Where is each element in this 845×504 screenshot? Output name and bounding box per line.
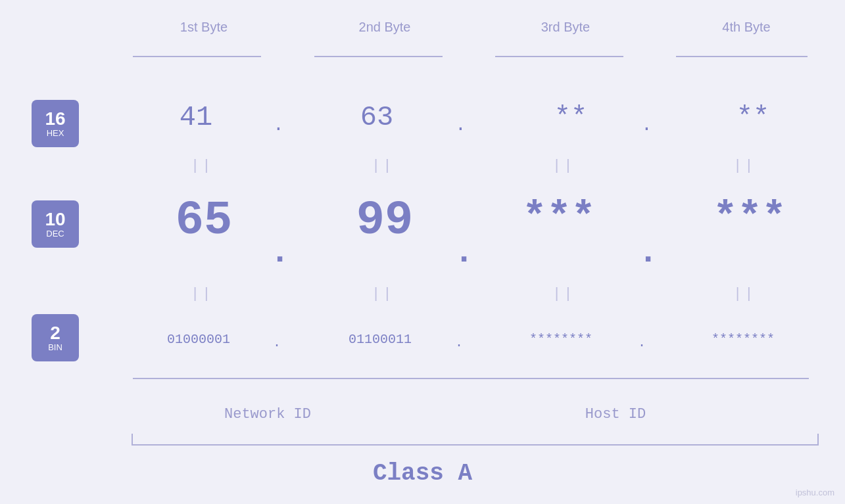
header-3rd-byte: 3rd Byte	[500, 20, 631, 35]
host-id-label: Host ID	[368, 406, 845, 423]
hex-dot-3: .	[641, 115, 652, 135]
header-1st-byte: 1st Byte	[138, 20, 270, 35]
dec-dot-2: .	[454, 233, 474, 272]
badge-hex-num: 16	[45, 110, 65, 128]
class-a-label: Class A	[0, 460, 845, 487]
dbar-d-b-2: ||	[372, 286, 394, 302]
header-2nd-byte: 2nd Byte	[319, 20, 450, 35]
hex-byte3: **	[525, 102, 617, 133]
hex-byte1: 41	[150, 102, 242, 133]
dec-dot-3: .	[638, 233, 658, 272]
dbar-d-b-3: ||	[552, 286, 575, 302]
hex-byte4: **	[707, 102, 799, 133]
badge-dec-lbl: DEC	[46, 229, 64, 239]
badge-hex: 16 HEX	[32, 100, 79, 147]
badge-bin-lbl: BIN	[48, 342, 62, 352]
bin-dot-2: .	[455, 335, 463, 350]
bin-byte4: ********	[677, 332, 809, 347]
badge-hex-lbl: HEX	[47, 128, 64, 138]
hex-dot-2: .	[455, 115, 466, 135]
dbar-h-d-1: ||	[191, 158, 213, 174]
bracket-top-1	[133, 56, 261, 57]
badge-dec-num: 10	[45, 210, 65, 229]
bin-dot-3: .	[638, 335, 646, 350]
badge-dec: 10 DEC	[32, 200, 79, 248]
bracket-top-4	[676, 56, 808, 57]
class-a-bracket	[132, 434, 819, 446]
bracket-top-2	[314, 56, 443, 57]
dec-dot-1: .	[270, 233, 290, 272]
watermark: ipshu.com	[796, 488, 834, 497]
dec-byte1: 65	[145, 194, 263, 248]
dbar-h-d-2: ||	[372, 158, 394, 174]
bracket-top-3	[495, 56, 623, 57]
dbar-h-d-3: ||	[552, 158, 575, 174]
badge-bin: 2 BIN	[32, 314, 79, 361]
network-id-label: Network ID	[133, 406, 402, 423]
dbar-d-b-1: ||	[191, 286, 213, 302]
bracket-bottom-host	[314, 378, 809, 379]
bin-dot-1: .	[273, 335, 281, 350]
badge-bin-num: 2	[50, 324, 60, 342]
dec-byte4: ***	[690, 194, 809, 241]
dec-byte3: ***	[500, 194, 618, 241]
hex-byte2: 63	[331, 102, 423, 133]
bin-byte3: ********	[495, 332, 627, 347]
header-4th-byte: 4th Byte	[681, 20, 812, 35]
bin-byte2: 01100011	[314, 332, 446, 347]
hex-dot-1: .	[273, 115, 284, 135]
bin-byte1: 01000001	[133, 332, 264, 347]
dbar-d-b-4: ||	[733, 286, 756, 302]
dec-byte2: 99	[326, 194, 444, 248]
dbar-h-d-4: ||	[733, 158, 756, 174]
